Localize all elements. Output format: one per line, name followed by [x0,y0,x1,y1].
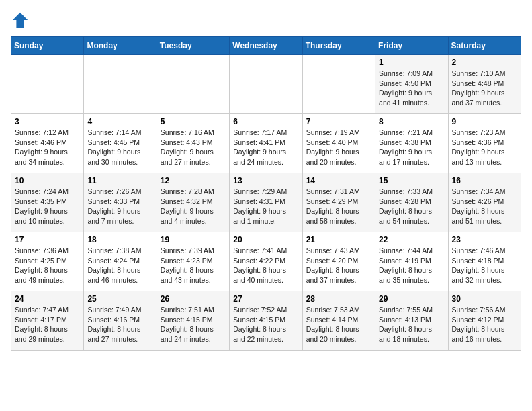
day-number: 10 [15,176,80,185]
day-info: Sunrise: 7:26 AM Sunset: 4:33 PM Dayligh… [87,187,152,226]
week-row-1: 1Sunrise: 7:09 AM Sunset: 4:50 PM Daylig… [11,55,521,114]
week-row-3: 10Sunrise: 7:24 AM Sunset: 4:35 PM Dayli… [11,173,521,232]
day-info: Sunrise: 7:28 AM Sunset: 4:32 PM Dayligh… [161,187,226,226]
col-header-friday: Friday [375,37,448,55]
day-number: 3 [15,117,80,126]
day-cell: 26Sunrise: 7:51 AM Sunset: 4:15 PM Dayli… [157,291,229,351]
day-info: Sunrise: 7:31 AM Sunset: 4:29 PM Dayligh… [306,187,371,226]
day-cell [230,55,302,114]
day-info: Sunrise: 7:10 AM Sunset: 4:48 PM Dayligh… [452,68,517,108]
day-number: 27 [233,294,298,304]
day-info: Sunrise: 7:14 AM Sunset: 4:45 PM Dayligh… [87,128,152,167]
day-info: Sunrise: 7:34 AM Sunset: 4:26 PM Dayligh… [452,187,517,226]
day-cell: 12Sunrise: 7:28 AM Sunset: 4:32 PM Dayli… [157,173,229,232]
day-info: Sunrise: 7:39 AM Sunset: 4:23 PM Dayligh… [161,246,226,285]
day-cell: 18Sunrise: 7:38 AM Sunset: 4:24 PM Dayli… [84,232,157,291]
day-cell: 24Sunrise: 7:47 AM Sunset: 4:17 PM Dayli… [11,291,84,351]
day-number: 8 [379,117,444,126]
day-cell: 25Sunrise: 7:49 AM Sunset: 4:16 PM Dayli… [84,291,157,351]
svg-marker-0 [13,13,28,28]
day-number: 23 [452,235,517,244]
day-info: Sunrise: 7:33 AM Sunset: 4:28 PM Dayligh… [379,187,444,226]
day-info: Sunrise: 7:29 AM Sunset: 4:31 PM Dayligh… [233,187,298,226]
logo [11,11,32,30]
day-cell: 3Sunrise: 7:12 AM Sunset: 4:46 PM Daylig… [11,114,84,173]
day-number: 5 [161,117,226,126]
day-info: Sunrise: 7:43 AM Sunset: 4:20 PM Dayligh… [306,246,371,285]
day-number: 25 [87,294,152,304]
day-info: Sunrise: 7:23 AM Sunset: 4:36 PM Dayligh… [452,128,517,167]
day-info: Sunrise: 7:46 AM Sunset: 4:18 PM Dayligh… [452,246,517,285]
day-number: 7 [306,117,371,126]
week-row-4: 17Sunrise: 7:36 AM Sunset: 4:25 PM Dayli… [11,232,521,291]
day-number: 26 [161,294,226,304]
col-header-tuesday: Tuesday [157,37,229,55]
day-cell: 27Sunrise: 7:52 AM Sunset: 4:15 PM Dayli… [230,291,302,351]
day-cell: 28Sunrise: 7:53 AM Sunset: 4:14 PM Dayli… [302,291,375,351]
day-info: Sunrise: 7:16 AM Sunset: 4:43 PM Dayligh… [161,128,226,167]
day-number: 4 [87,117,152,126]
day-cell: 17Sunrise: 7:36 AM Sunset: 4:25 PM Dayli… [11,232,84,291]
day-number: 24 [15,294,80,304]
day-cell: 9Sunrise: 7:23 AM Sunset: 4:36 PM Daylig… [448,114,521,173]
day-cell: 10Sunrise: 7:24 AM Sunset: 4:35 PM Dayli… [11,173,84,232]
day-cell: 29Sunrise: 7:55 AM Sunset: 4:13 PM Dayli… [375,291,448,351]
day-number: 28 [306,294,371,304]
day-cell: 14Sunrise: 7:31 AM Sunset: 4:29 PM Dayli… [302,173,375,232]
col-header-sunday: Sunday [11,37,84,55]
day-number: 11 [87,176,152,185]
col-header-thursday: Thursday [302,37,375,55]
day-cell [11,55,84,114]
day-cell: 5Sunrise: 7:16 AM Sunset: 4:43 PM Daylig… [157,114,229,173]
col-header-saturday: Saturday [448,37,521,55]
day-cell: 15Sunrise: 7:33 AM Sunset: 4:28 PM Dayli… [375,173,448,232]
day-info: Sunrise: 7:52 AM Sunset: 4:15 PM Dayligh… [233,305,298,345]
day-info: Sunrise: 7:51 AM Sunset: 4:15 PM Dayligh… [161,305,226,345]
day-cell: 4Sunrise: 7:14 AM Sunset: 4:45 PM Daylig… [84,114,157,173]
calendar-table: SundayMondayTuesdayWednesdayThursdayFrid… [11,36,521,351]
week-row-5: 24Sunrise: 7:47 AM Sunset: 4:17 PM Dayli… [11,291,521,351]
header-row: SundayMondayTuesdayWednesdayThursdayFrid… [11,37,521,55]
calendar-body: 1Sunrise: 7:09 AM Sunset: 4:50 PM Daylig… [11,55,521,351]
day-number: 22 [379,235,444,244]
day-info: Sunrise: 7:12 AM Sunset: 4:46 PM Dayligh… [15,128,80,167]
day-cell: 13Sunrise: 7:29 AM Sunset: 4:31 PM Dayli… [230,173,302,232]
day-number: 15 [379,176,444,185]
day-info: Sunrise: 7:36 AM Sunset: 4:25 PM Dayligh… [15,246,80,285]
day-number: 14 [306,176,371,185]
day-cell: 11Sunrise: 7:26 AM Sunset: 4:33 PM Dayli… [84,173,157,232]
day-number: 21 [306,235,371,244]
day-cell: 16Sunrise: 7:34 AM Sunset: 4:26 PM Dayli… [448,173,521,232]
day-number: 29 [379,294,444,304]
day-number: 6 [233,117,298,126]
day-cell: 22Sunrise: 7:44 AM Sunset: 4:19 PM Dayli… [375,232,448,291]
day-number: 18 [87,235,152,244]
day-cell: 6Sunrise: 7:17 AM Sunset: 4:41 PM Daylig… [230,114,302,173]
day-cell [302,55,375,114]
day-cell [84,55,157,114]
day-info: Sunrise: 7:55 AM Sunset: 4:13 PM Dayligh… [379,305,444,345]
day-cell: 30Sunrise: 7:56 AM Sunset: 4:12 PM Dayli… [448,291,521,351]
day-info: Sunrise: 7:09 AM Sunset: 4:50 PM Dayligh… [379,68,444,108]
calendar-header: SundayMondayTuesdayWednesdayThursdayFrid… [11,37,521,55]
col-header-wednesday: Wednesday [230,37,302,55]
day-info: Sunrise: 7:21 AM Sunset: 4:38 PM Dayligh… [379,128,444,167]
day-number: 16 [452,176,517,185]
col-header-monday: Monday [84,37,157,55]
day-cell: 23Sunrise: 7:46 AM Sunset: 4:18 PM Dayli… [448,232,521,291]
day-cell: 7Sunrise: 7:19 AM Sunset: 4:40 PM Daylig… [302,114,375,173]
day-cell: 19Sunrise: 7:39 AM Sunset: 4:23 PM Dayli… [157,232,229,291]
day-info: Sunrise: 7:49 AM Sunset: 4:16 PM Dayligh… [87,305,152,345]
day-cell: 2Sunrise: 7:10 AM Sunset: 4:48 PM Daylig… [448,55,521,114]
week-row-2: 3Sunrise: 7:12 AM Sunset: 4:46 PM Daylig… [11,114,521,173]
day-cell: 21Sunrise: 7:43 AM Sunset: 4:20 PM Dayli… [302,232,375,291]
day-cell [157,55,229,114]
day-number: 9 [452,117,517,126]
day-info: Sunrise: 7:17 AM Sunset: 4:41 PM Dayligh… [233,128,298,167]
day-cell: 1Sunrise: 7:09 AM Sunset: 4:50 PM Daylig… [375,55,448,114]
day-info: Sunrise: 7:47 AM Sunset: 4:17 PM Dayligh… [15,305,80,345]
day-number: 2 [452,58,517,67]
day-info: Sunrise: 7:38 AM Sunset: 4:24 PM Dayligh… [87,246,152,285]
day-number: 17 [15,235,80,244]
logo-icon [11,11,30,30]
